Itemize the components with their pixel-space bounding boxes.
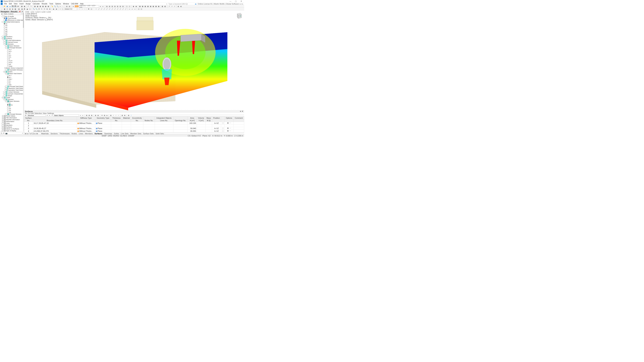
- tb-saveall-icon[interactable]: 💾: [14, 5, 16, 7]
- tree-item[interactable]: φY: [0, 32, 24, 34]
- tree-item[interactable]: σx: [0, 102, 24, 104]
- lp-tb-i10-icon[interactable]: f: [112, 114, 114, 116]
- tree-item[interactable]: α-: [0, 58, 24, 60]
- tb-o1-icon[interactable]: ◉: [132, 5, 135, 7]
- sb-grid[interactable]: GRID: [108, 135, 112, 137]
- tree-item[interactable]: +Type of display: [0, 130, 24, 132]
- tb-nav-right-icon[interactable]: ▸: [102, 5, 104, 7]
- tb2-b2-icon[interactable]: ◨: [21, 8, 23, 10]
- tree-item[interactable]: +Surfaces: [0, 126, 24, 128]
- sb-bgrid[interactable]: BGRID: [113, 135, 119, 137]
- tree-item[interactable]: σ1,+: [0, 49, 24, 50]
- tb-m3-icon[interactable]: ▥: [111, 5, 114, 7]
- sb-snap[interactable]: SNAP: [102, 135, 107, 137]
- lp-tb-i5-icon[interactable]: ▦: [97, 114, 99, 116]
- tb-p5-icon[interactable]: ▦: [150, 5, 152, 7]
- tree-item[interactable]: σ1,-: [0, 54, 24, 56]
- tb2-b4-icon[interactable]: ◪: [26, 8, 28, 10]
- tb2-i2-icon[interactable]: ◫: [140, 8, 142, 10]
- tree-item[interactable]: τxz: [0, 109, 24, 111]
- tree-item[interactable]: +Members: [0, 36, 24, 37]
- tree-item[interactable]: uY: [0, 26, 24, 28]
- tree-item[interactable]: εx,-: [0, 80, 24, 82]
- lp-tb-i13-icon[interactable]: ▦: [121, 114, 123, 116]
- tree-item[interactable]: uZ: [0, 28, 24, 30]
- keyword-search-input[interactable]: Type a keyword (Alt+Q): [168, 3, 188, 5]
- tb2-e3-icon[interactable]: ▫: [84, 8, 86, 10]
- tree-item[interactable]: +Lines: [0, 122, 24, 124]
- tb-p7-icon[interactable]: ▦: [155, 5, 157, 7]
- minimize-button[interactable]: —: [228, 0, 233, 2]
- menu-results[interactable]: Results: [41, 3, 48, 5]
- tree-item[interactable]: |u|: [0, 23, 24, 25]
- tb2-e2-icon[interactable]: ▫: [81, 8, 83, 10]
- lp-tab-lines[interactable]: Lines: [78, 133, 84, 134]
- nav-dd-icon[interactable]: ▾: [21, 13, 23, 15]
- analysis-dropdown[interactable]: Static Analysis: [3, 13, 21, 15]
- app-menu-icon[interactable]: [1, 3, 3, 5]
- menu-tools[interactable]: Tools: [48, 3, 54, 5]
- tree-item[interactable]: +Contact Stresses: [0, 91, 24, 93]
- lp-tb-nav2-icon[interactable]: ▸: [49, 114, 51, 116]
- tree-item[interactable]: +Shape: [0, 95, 24, 96]
- tb-cloud-icon[interactable]: ☁: [9, 5, 11, 7]
- tb2-d2-icon[interactable]: ◑: [55, 8, 58, 10]
- tree-item[interactable]: τmax: [0, 65, 24, 67]
- tree-item[interactable]: Deformation: [0, 120, 24, 122]
- lp-tb-help-icon[interactable]: ?: [130, 114, 132, 116]
- tb-r2-icon[interactable]: ▤: [68, 5, 70, 7]
- tb-r1-icon[interactable]: ▤: [66, 5, 68, 7]
- lp-tb-i7-icon[interactable]: ▦: [104, 114, 106, 116]
- lp-menu-view[interactable]: View: [42, 112, 46, 114]
- lp-tab-line-sets[interactable]: Line Sets: [120, 133, 130, 134]
- tb2-a4-icon[interactable]: ▤: [9, 8, 11, 10]
- tb2-c4-icon[interactable]: ↻: [40, 8, 43, 10]
- lp-tab-materials[interactable]: Materials: [40, 133, 50, 134]
- tb-r5-icon[interactable]: ↗: [174, 5, 176, 7]
- tb2-f2-icon[interactable]: ◫: [90, 8, 92, 10]
- menu-edit[interactable]: Edit: [8, 3, 12, 5]
- tb2-g5-icon[interactable]: ╱: [106, 8, 108, 10]
- lp-tb-i6-icon[interactable]: ✖: [101, 114, 103, 116]
- lp-tab-solids[interactable]: Solids: [113, 133, 120, 134]
- lp-tab-thicknesses[interactable]: Thicknesses: [58, 133, 70, 134]
- lp-menu-goto[interactable]: Go To: [25, 112, 30, 114]
- tb2-d1-icon[interactable]: ◐: [52, 8, 55, 10]
- tb2-a6-icon[interactable]: ▦: [14, 8, 16, 10]
- tb2-g12-icon[interactable]: ╱: [124, 8, 127, 10]
- tb-new-icon[interactable]: 📄: [1, 5, 3, 7]
- tree-item[interactable]: +Local Deformations: [0, 39, 24, 41]
- tb2-g9-icon[interactable]: ╱: [116, 8, 119, 10]
- load-combo-dropdown[interactable]: CO2 LC1 + LC2 + LC3 + LC4: [79, 5, 99, 7]
- tb-save-icon[interactable]: 💾: [12, 5, 14, 7]
- tree-item[interactable]: γxy,+: [0, 78, 24, 80]
- tb2-g2-icon[interactable]: ╱: [98, 8, 100, 10]
- tb-s1-icon[interactable]: ◐: [177, 5, 180, 7]
- tb-select-icon[interactable]: ▭: [59, 5, 62, 7]
- tb-search3-icon[interactable]: 🔍: [56, 5, 59, 7]
- pin-icon[interactable]: 📌: [19, 11, 21, 12]
- tb2-f1-icon[interactable]: ✖: [88, 8, 90, 10]
- tree-item[interactable]: σ2,-: [0, 56, 24, 58]
- tb2-a2-icon[interactable]: ▣: [3, 8, 6, 10]
- tb-n1-icon[interactable]: ◫: [126, 5, 128, 7]
- tree-item[interactable]: −Type of results: [0, 15, 24, 17]
- tb-dim-icon[interactable]: ↔: [62, 5, 64, 7]
- tree-item[interactable]: Differences to initial state: [0, 19, 24, 21]
- tb-search2-icon[interactable]: 🔍: [54, 5, 56, 7]
- tb2-b1-icon[interactable]: ◧: [18, 8, 20, 10]
- lp-tb-i2-icon[interactable]: ▦: [88, 114, 90, 116]
- tree-item[interactable]: σ1,m: [0, 60, 24, 61]
- tb2-b5-icon[interactable]: ◫: [29, 8, 31, 10]
- tb2-g6-icon[interactable]: ╱: [108, 8, 111, 10]
- tree-item[interactable]: +Values on Surfaces: [0, 128, 24, 130]
- tree-item[interactable]: −Strains: [0, 71, 24, 72]
- lp-tab-members[interactable]: Members: [84, 133, 94, 134]
- tb2-g11-icon[interactable]: ╱: [122, 8, 124, 10]
- tb2-c1-icon[interactable]: 🔍: [32, 8, 35, 10]
- lp-tb-i9-icon[interactable]: ▦: [110, 114, 112, 116]
- tb-open-icon[interactable]: 📂: [3, 5, 6, 7]
- tb-grid2-icon[interactable]: ▦: [36, 5, 39, 7]
- tree-item[interactable]: α+: [0, 52, 24, 54]
- nav-type-icon[interactable]: ▤: [1, 13, 3, 15]
